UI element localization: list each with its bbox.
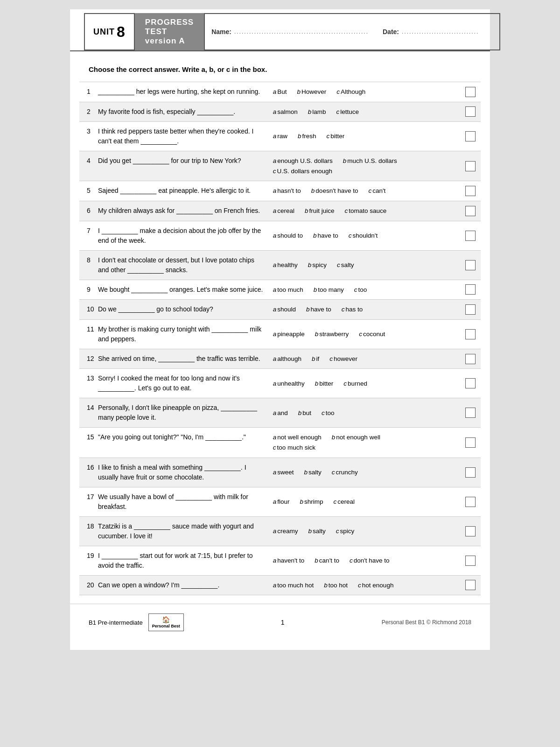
checkbox-box[interactable] [465, 354, 476, 364]
answer-checkbox[interactable] [464, 458, 481, 487]
opt-text: much U.S. dollars [347, 157, 397, 164]
opt-letter: c [358, 582, 361, 589]
question-number: 15 [79, 428, 96, 457]
opt-letter: b [313, 232, 317, 239]
option-item: ccoconut [359, 329, 392, 339]
name-date-box: Name: ..................................… [204, 13, 500, 50]
option-item: cU.S. dollars enough [273, 166, 339, 176]
question-number: 16 [79, 458, 96, 487]
checkbox-box[interactable] [465, 106, 476, 117]
opt-letter: a [273, 88, 277, 95]
opt-letter: a [273, 582, 277, 589]
opt-text: should to [277, 232, 303, 239]
answer-checkbox[interactable] [464, 82, 481, 102]
checkbox-box[interactable] [465, 131, 476, 141]
opt-letter: a [273, 133, 277, 140]
opt-text: spicy [340, 528, 355, 535]
opt-letter: b [332, 434, 336, 441]
checkbox-box[interactable] [465, 284, 476, 295]
opt-letter: a [273, 187, 277, 194]
checkbox-box[interactable] [465, 526, 476, 536]
answer-checkbox[interactable] [464, 546, 481, 575]
question-options: apineapplebstrawberryccoconut [269, 320, 464, 349]
checkbox-box[interactable] [465, 186, 476, 196]
option-item: asalmon [273, 107, 304, 117]
opt-text: cereal [277, 207, 294, 214]
answer-checkbox[interactable] [464, 369, 481, 398]
answer-checkbox[interactable] [464, 398, 481, 427]
answer-checkbox[interactable] [464, 201, 481, 221]
option-item: aflour [273, 497, 296, 507]
answer-checkbox[interactable] [464, 517, 481, 546]
answer-checkbox[interactable] [464, 576, 481, 595]
question-text: Tzatziki is a __________ sauce made with… [96, 517, 269, 546]
checkbox-box[interactable] [465, 161, 476, 171]
opt-text: too much hot [277, 582, 314, 589]
answer-checkbox[interactable] [464, 300, 481, 319]
table-row: 18Tzatziki is a __________ sauce made wi… [79, 516, 481, 546]
opt-letter: c [329, 355, 333, 362]
opt-letter: c [336, 108, 340, 115]
question-number: 18 [79, 517, 96, 546]
option-item: bnot enough well [332, 432, 387, 443]
answer-checkbox[interactable] [464, 349, 481, 369]
checkbox-box[interactable] [465, 378, 476, 388]
table-row: 17We usually have a bowl of __________ w… [79, 487, 481, 516]
question-number: 14 [79, 398, 96, 427]
question-text: I __________ make a decision about the j… [96, 221, 269, 250]
opt-text: haven't to [277, 557, 304, 564]
answer-checkbox[interactable] [464, 122, 481, 151]
opt-text: Although [341, 88, 365, 95]
opt-text: has to [346, 306, 363, 313]
opt-letter: b [300, 498, 303, 505]
table-row: 19I __________ start out for work at 7:1… [79, 546, 481, 575]
opt-text: unhealthy [277, 380, 305, 387]
checkbox-box[interactable] [465, 329, 476, 339]
opt-letter: c [332, 469, 335, 476]
question-number: 8 [79, 251, 96, 280]
logo-icon: 🏠 [162, 615, 170, 624]
question-text: My brother is making curry tonight with … [96, 320, 269, 349]
answer-checkbox[interactable] [464, 102, 481, 122]
question-text: I think red peppers taste better when th… [96, 122, 269, 151]
question-text: "Are you going out tonight?" "No, I'm __… [96, 428, 269, 457]
checkbox-box[interactable] [465, 467, 476, 478]
checkbox-box[interactable] [465, 87, 476, 97]
opt-text: too hot [329, 582, 348, 589]
personal-best-logo: 🏠 Personal Best [148, 613, 184, 631]
table-row: 15"Are you going out tonight?" "No, I'm … [79, 427, 481, 457]
checkbox-box[interactable] [465, 260, 476, 270]
answer-checkbox[interactable] [464, 181, 481, 201]
checkbox-box[interactable] [465, 304, 476, 315]
question-options: ashould tobhave tocshouldn't [269, 221, 464, 250]
opt-text: not well enough [277, 434, 322, 441]
checkbox-box[interactable] [465, 497, 476, 507]
opt-letter: b [315, 331, 319, 338]
opt-letter: a [273, 331, 277, 338]
option-item: bsalty [308, 526, 332, 536]
answer-checkbox[interactable] [464, 428, 481, 457]
checkbox-box[interactable] [465, 231, 476, 241]
checkbox-box[interactable] [465, 556, 476, 566]
table-row: 11My brother is making curry tonight wit… [79, 319, 481, 349]
checkbox-box[interactable] [465, 580, 476, 590]
answer-checkbox[interactable] [464, 487, 481, 516]
option-item: aand [273, 408, 294, 418]
header: UNIT 8 PROGRESS TEST version A Name: ...… [70, 9, 490, 51]
answer-checkbox[interactable] [464, 151, 481, 181]
option-item: asweet [273, 467, 301, 478]
answer-checkbox[interactable] [464, 320, 481, 349]
checkbox-box[interactable] [465, 206, 476, 216]
table-row: 10Do we __________ go to school today?as… [79, 299, 481, 319]
answer-checkbox[interactable] [464, 280, 481, 300]
table-row: 4Did you get __________ for our trip to … [79, 151, 481, 181]
opt-letter: a [273, 286, 277, 293]
opt-letter: b [315, 380, 319, 387]
checkbox-box[interactable] [465, 437, 476, 448]
answer-checkbox[interactable] [464, 251, 481, 280]
option-item: chowever [329, 354, 364, 364]
checkbox-box[interactable] [465, 408, 476, 418]
opt-text: healthy [277, 261, 298, 268]
answer-checkbox[interactable] [464, 221, 481, 250]
test-title: PROGRESS TEST version A [135, 13, 204, 50]
